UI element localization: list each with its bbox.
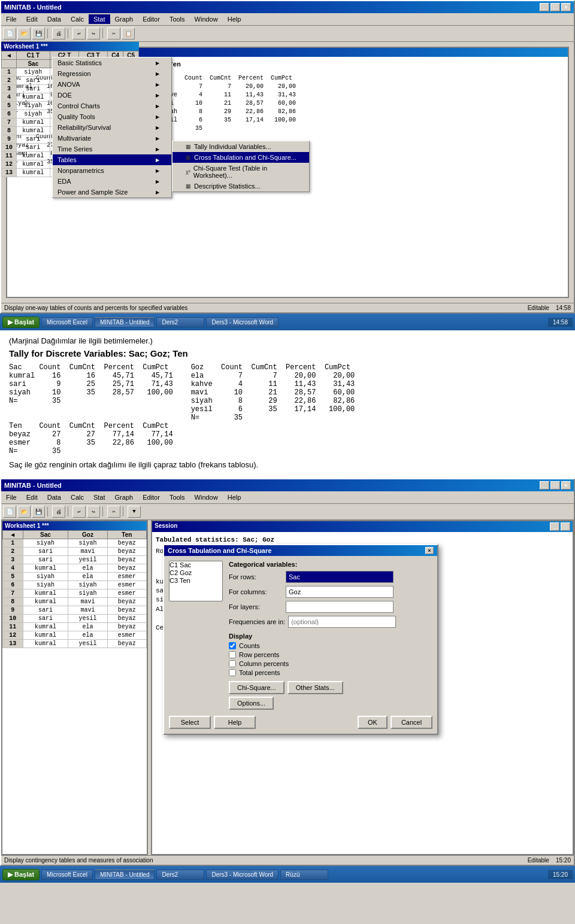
- bottom-menu-calc[interactable]: Calc: [66, 493, 89, 502]
- submenu-desc-stats[interactable]: ▦ Descriptive Statistics...: [172, 181, 309, 192]
- cell-sac[interactable]: sari: [16, 77, 50, 85]
- cell-goz[interactable]: mavi: [68, 548, 107, 556]
- cell-ten[interactable]: esmer: [107, 589, 146, 598]
- taskbar-excel-top[interactable]: Microsoft Excel: [41, 317, 93, 327]
- cell-ten[interactable]: beyaz: [107, 623, 146, 631]
- cell-sac[interactable]: kumral: [23, 631, 68, 640]
- col-pct-checkbox[interactable]: [229, 660, 236, 667]
- cell-ten[interactable]: beyaz: [107, 564, 146, 573]
- taskbar-ders2-bottom[interactable]: Ders2: [156, 870, 204, 880]
- bottom-tb-print[interactable]: 🖨: [52, 506, 65, 518]
- bottom-tb-redo[interactable]: ↪: [87, 506, 100, 518]
- cell-goz[interactable]: mavi: [68, 598, 107, 606]
- cell-sac[interactable]: kumral: [23, 589, 68, 598]
- cell-sac[interactable]: kumral: [16, 160, 50, 169]
- bottom-menu-edit[interactable]: Edit: [22, 493, 43, 502]
- menu-eda[interactable]: EDA ▶: [53, 176, 171, 187]
- taskbar-excel-bottom[interactable]: Microsoft Excel: [41, 870, 93, 880]
- bottom-tb-save[interactable]: 💾: [32, 506, 45, 518]
- cell-ten[interactable]: esmer: [107, 631, 146, 640]
- cell-sac[interactable]: siyah: [16, 68, 50, 77]
- cell-sac[interactable]: sari: [16, 144, 50, 152]
- bottom-tb-new[interactable]: 📄: [3, 506, 16, 518]
- menu-edit[interactable]: Edit: [22, 14, 43, 24]
- toolbar-print[interactable]: 🖨: [52, 28, 65, 39]
- taskbar-minitab-top[interactable]: MINITAB - Untitled: [95, 317, 155, 327]
- total-pct-checkbox[interactable]: [229, 669, 236, 676]
- freq-input[interactable]: [288, 616, 396, 628]
- bottom-col-ten[interactable]: Ten: [107, 531, 146, 539]
- bottom-maximize[interactable]: □: [550, 481, 560, 490]
- start-button-bottom[interactable]: ▶ Başlat: [2, 869, 40, 880]
- start-button-top[interactable]: ▶ Başlat: [2, 317, 40, 328]
- ok-button[interactable]: OK: [358, 716, 388, 729]
- cell-sac[interactable]: siyah: [23, 581, 68, 589]
- menu-basic-stats[interactable]: Basic Statistics ▶: [53, 57, 171, 68]
- other-stats-button[interactable]: Other Stats...: [288, 681, 343, 694]
- cell-goz[interactable]: yesil: [68, 556, 107, 564]
- menu-calc[interactable]: Calc: [66, 14, 89, 24]
- cell-ten[interactable]: beyaz: [107, 556, 146, 564]
- bottom-tb-open[interactable]: 📂: [17, 506, 31, 518]
- help-button[interactable]: Help: [214, 716, 256, 729]
- cell-ten[interactable]: esmer: [107, 573, 146, 581]
- menu-stat[interactable]: Stat: [89, 14, 110, 24]
- submenu-tally[interactable]: ▦ Tally Individual Variables...: [172, 141, 309, 152]
- cell-goz[interactable]: yesil: [68, 615, 107, 623]
- cell-sac[interactable]: siyah: [23, 573, 68, 581]
- bottom-session-min[interactable]: _: [550, 522, 559, 531]
- bottom-col-sac[interactable]: Sac: [23, 531, 68, 539]
- var-c2[interactable]: C2 Goz: [170, 569, 222, 577]
- bottom-menu-data[interactable]: Data: [43, 493, 66, 502]
- menu-data[interactable]: Data: [43, 14, 66, 24]
- bottom-tb-btn1[interactable]: ▼: [128, 506, 141, 518]
- menu-regression[interactable]: Regression ▶: [53, 68, 171, 79]
- for-cols-input[interactable]: [286, 586, 394, 598]
- cell-sac[interactable]: kumral: [16, 152, 50, 160]
- taskbar-ders2-top[interactable]: Ders2: [156, 317, 204, 327]
- cell-ten[interactable]: beyaz: [107, 640, 146, 648]
- bottom-minimize[interactable]: _: [540, 481, 549, 490]
- cell-sac[interactable]: sari: [23, 556, 68, 564]
- cell-sac[interactable]: kumral: [16, 127, 50, 135]
- cell-ten[interactable]: beyaz: [107, 548, 146, 556]
- menu-window[interactable]: Window: [190, 14, 223, 24]
- cell-ten[interactable]: beyaz: [107, 539, 146, 548]
- cell-ten[interactable]: beyaz: [107, 606, 146, 615]
- cell-sac[interactable]: sari: [23, 548, 68, 556]
- menu-nonparametrics[interactable]: Nonparametrics ▶: [53, 165, 171, 176]
- menu-doe[interactable]: DOE ▶: [53, 90, 171, 101]
- toolbar-open[interactable]: 📂: [17, 28, 31, 39]
- var-c3[interactable]: C3 Ten: [170, 577, 222, 585]
- bottom-menu-graph[interactable]: Graph: [110, 493, 138, 502]
- toolbar-new[interactable]: 📄: [3, 28, 16, 39]
- variable-list[interactable]: C1 Sac C2 Goz C3 Ten: [169, 561, 223, 601]
- cell-sac[interactable]: kumral: [23, 564, 68, 573]
- toolbar-save[interactable]: 💾: [32, 28, 45, 39]
- bottom-close[interactable]: ×: [561, 481, 571, 490]
- cell-sac[interactable]: sari: [16, 135, 50, 144]
- cell-goz[interactable]: siyah: [68, 589, 107, 598]
- cell-goz[interactable]: ela: [68, 564, 107, 573]
- bottom-menu-tools[interactable]: Tools: [165, 493, 190, 502]
- var-c1[interactable]: C1 Sac: [170, 561, 222, 569]
- options-button[interactable]: Options...: [229, 697, 274, 710]
- cell-ten[interactable]: beyaz: [107, 598, 146, 606]
- cell-sac[interactable]: kumral: [16, 169, 50, 177]
- menu-control-charts[interactable]: Control Charts ▶: [53, 101, 171, 111]
- cancel-button[interactable]: Cancel: [391, 716, 432, 729]
- menu-file[interactable]: File: [1, 14, 22, 24]
- for-rows-input[interactable]: [286, 571, 394, 583]
- cell-sac[interactable]: sari: [16, 85, 50, 93]
- bottom-menu-editor[interactable]: Editor: [138, 493, 165, 502]
- bottom-menu-help[interactable]: Help: [223, 493, 246, 502]
- menu-tools[interactable]: Tools: [165, 14, 190, 24]
- bottom-col-goz[interactable]: Goz: [68, 531, 107, 539]
- submenu-cross-tab[interactable]: ▦ Cross Tabulation and Chi-Square...: [172, 152, 309, 163]
- menu-tables[interactable]: Tables ▶: [53, 154, 171, 165]
- toolbar-btn4[interactable]: ↪: [87, 28, 100, 39]
- bottom-tb-cut[interactable]: ✂: [107, 506, 120, 518]
- maximize-button[interactable]: □: [550, 3, 560, 11]
- menu-editor[interactable]: Editor: [138, 14, 165, 24]
- cell-sac[interactable]: siyah: [16, 110, 50, 118]
